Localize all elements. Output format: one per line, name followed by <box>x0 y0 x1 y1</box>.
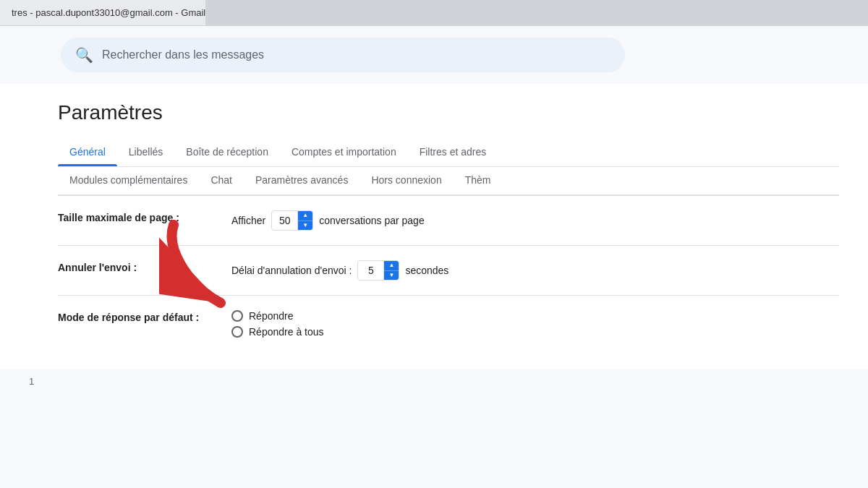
tab-modules[interactable]: Modules complémentaires <box>58 167 199 194</box>
annuler-decrement[interactable]: ▼ <box>384 271 399 281</box>
title-bar-right <box>205 0 868 25</box>
setting-label-annuler: Annuler l'envoi : <box>58 260 203 275</box>
tabs-row-2: Modules complémentaires Chat Paramètres … <box>58 167 839 196</box>
tab-themes[interactable]: Thèm <box>454 167 503 194</box>
tab-general[interactable]: Général <box>58 139 117 166</box>
annuler-prefix: Délai d'annulation d'envoi : <box>231 265 352 276</box>
taille-prefix: Afficher <box>231 215 265 226</box>
annuler-spinner[interactable]: 5 ▲ ▼ <box>357 260 399 281</box>
radio-circle-tous <box>231 326 243 338</box>
search-bar-wrapper: 🔍 Rechercher dans les messages <box>0 26 868 84</box>
settings-title: Paramètres <box>58 101 839 124</box>
title-bar-text: tres - pascal.dupont33010@gmail.com - Gm… <box>12 7 205 18</box>
taille-spinner-buttons: ▲ ▼ <box>298 211 312 230</box>
tab-libelles[interactable]: Libellés <box>117 139 174 166</box>
setting-label-mode: Mode de réponse par défaut : <box>58 310 203 325</box>
tab-avances[interactable]: Paramètres avancés <box>244 167 359 194</box>
settings-content: Taille maximale de page : Afficher 50 ▲ … <box>58 196 839 352</box>
tab-hors[interactable]: Hors connexion <box>359 167 453 194</box>
setting-control-mode: Répondre Répondre à tous <box>231 310 839 338</box>
setting-control-annuler: Délai d'annulation d'envoi : 5 ▲ ▼ secon… <box>231 260 839 281</box>
tab-chat[interactable]: Chat <box>199 167 244 194</box>
annuler-increment[interactable]: ▲ <box>384 261 399 271</box>
setting-row-taille: Taille maximale de page : Afficher 50 ▲ … <box>58 196 839 246</box>
title-bar: tres - pascal.dupont33010@gmail.com - Gm… <box>0 0 868 26</box>
search-bar[interactable]: 🔍 Rechercher dans les messages <box>61 38 625 72</box>
annuler-spinner-buttons: ▲ ▼ <box>384 261 399 280</box>
mode-radio-group: Répondre Répondre à tous <box>231 310 324 338</box>
taille-value: 50 <box>272 211 298 230</box>
setting-control-taille: Afficher 50 ▲ ▼ conversations par page <box>231 210 839 231</box>
search-icon: 🔍 <box>75 46 93 64</box>
annuler-suffix: secondes <box>405 265 448 276</box>
taille-suffix: conversations par page <box>319 215 425 226</box>
taille-decrement[interactable]: ▼ <box>298 221 312 231</box>
radio-repondre-tous[interactable]: Répondre à tous <box>231 326 324 338</box>
setting-row-annuler: Annuler l'envoi : Délai d'annulation d'e… <box>58 246 839 296</box>
tab-comptes[interactable]: Comptes et importation <box>280 139 408 166</box>
radio-label-tous: Répondre à tous <box>249 326 324 338</box>
settings-area: Paramètres Général Libellés Boîte de réc… <box>0 84 868 369</box>
tab-filtres[interactable]: Filtres et adres <box>408 139 498 166</box>
radio-circle-repondre <box>231 310 243 322</box>
radio-label-repondre: Répondre <box>249 310 294 322</box>
tab-boite[interactable]: Boîte de réception <box>174 139 280 166</box>
tabs-row-1: Général Libellés Boîte de réception Comp… <box>58 139 839 167</box>
taille-increment[interactable]: ▲ <box>298 211 312 221</box>
annuler-value: 5 <box>358 261 384 280</box>
setting-label-taille: Taille maximale de page : <box>58 210 203 226</box>
setting-row-mode: Mode de réponse par défaut : Répondre Ré… <box>58 296 839 352</box>
radio-repondre[interactable]: Répondre <box>231 310 324 322</box>
page-number: 1 <box>29 376 34 387</box>
taille-spinner[interactable]: 50 ▲ ▼ <box>271 210 313 231</box>
search-placeholder: Rechercher dans les messages <box>102 48 264 61</box>
